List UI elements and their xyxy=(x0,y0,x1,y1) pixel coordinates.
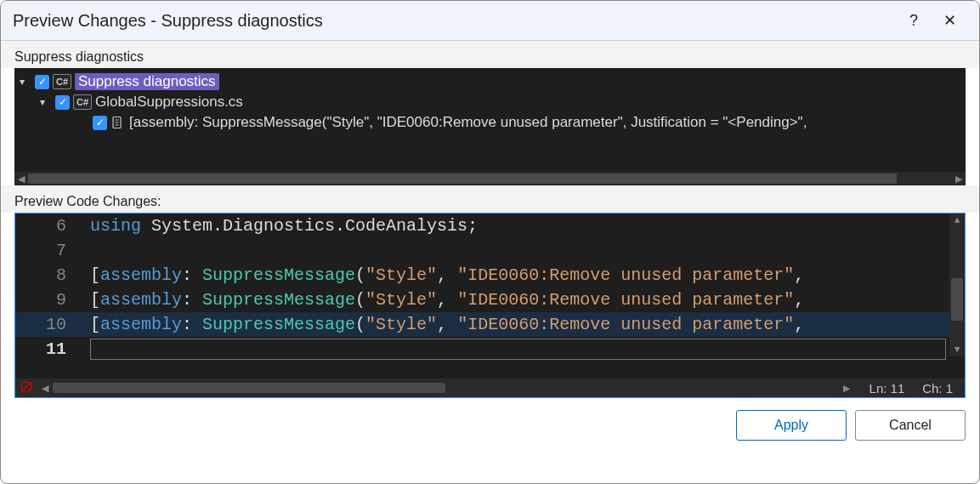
preview-changes-dialog: Preview Changes - Suppress diagnostics ?… xyxy=(0,0,980,484)
tree-change-label: [assembly: SuppressMessage("Style", "IDE… xyxy=(129,114,807,131)
tree-file-item[interactable]: ▾ ✓ C# GlobalSuppressions.cs xyxy=(14,92,966,112)
line-label: Ln: xyxy=(870,381,887,396)
editor-vertical-scrollbar[interactable]: ▲ ▼ xyxy=(949,214,965,356)
chevron-down-icon[interactable]: ▾ xyxy=(40,96,52,108)
cancel-button[interactable]: Cancel xyxy=(855,410,966,441)
code-line[interactable]: 8[assembly: SuppressMessage("Style", "ID… xyxy=(15,263,965,288)
code-content[interactable] xyxy=(82,337,965,362)
dialog-title: Preview Changes - Suppress diagnostics xyxy=(13,11,896,31)
scroll-left-icon[interactable]: ◀ xyxy=(37,383,53,394)
code-content[interactable]: using System.Diagnostics.CodeAnalysis; xyxy=(82,214,965,238)
chevron-down-icon[interactable]: ▾ xyxy=(20,76,31,88)
line-number-gutter: 9 xyxy=(15,288,82,312)
checkbox-checked-icon[interactable]: ✓ xyxy=(55,95,70,110)
code-content[interactable]: [assembly: SuppressMessage("Style", "IDE… xyxy=(82,263,965,288)
tree-root-label: Suppress diagnostics xyxy=(75,73,219,90)
scroll-right-icon[interactable]: ▶ xyxy=(952,174,966,185)
code-line[interactable]: 11 xyxy=(15,337,965,362)
apply-button[interactable]: Apply xyxy=(736,410,847,441)
tree-file-label: GlobalSuppressions.cs xyxy=(95,94,243,111)
code-preview-editor[interactable]: 6using System.Diagnostics.CodeAnalysis;7… xyxy=(14,213,966,398)
code-line[interactable]: 10[assembly: SuppressMessage("Style", "I… xyxy=(15,312,965,337)
char-label: Ch: xyxy=(922,381,942,396)
code-content[interactable]: [assembly: SuppressMessage("Style", "IDE… xyxy=(82,288,965,312)
csharp-badge-icon: C# xyxy=(73,94,92,110)
checkbox-checked-icon[interactable]: ✓ xyxy=(93,116,107,130)
close-button[interactable]: ✕ xyxy=(932,8,967,33)
scroll-down-icon[interactable]: ▼ xyxy=(949,343,965,356)
code-change-icon xyxy=(110,115,126,130)
cursor-position: Ln: 11 Ch: 1 xyxy=(854,381,965,396)
titlebar: Preview Changes - Suppress diagnostics ?… xyxy=(1,1,979,41)
line-number-gutter: 6 xyxy=(15,214,82,238)
help-button[interactable]: ? xyxy=(896,9,932,33)
code-line[interactable]: 6using System.Diagnostics.CodeAnalysis; xyxy=(15,214,965,238)
checkbox-checked-icon[interactable]: ✓ xyxy=(35,75,49,89)
code-line[interactable]: 7 xyxy=(15,238,965,263)
line-number-gutter: 8 xyxy=(15,263,82,288)
line-number-gutter: 7 xyxy=(15,238,82,263)
scroll-up-icon[interactable]: ▲ xyxy=(949,214,965,227)
tree-change-item[interactable]: ✓ [assembly: SuppressMessage("Style", "I… xyxy=(14,112,966,133)
code-line[interactable]: 9[assembly: SuppressMessage("Style", "ID… xyxy=(15,288,965,312)
no-issues-icon[interactable] xyxy=(15,379,37,397)
scrollbar-thumb[interactable] xyxy=(951,278,963,321)
editor-horizontal-scrollbar[interactable]: ◀ ▶ xyxy=(37,379,854,397)
csharp-badge-icon: C# xyxy=(53,74,71,89)
tree-root-item[interactable]: ▾ ✓ C# Suppress diagnostics xyxy=(14,71,966,92)
char-number: 1 xyxy=(946,381,953,396)
tree-horizontal-scrollbar[interactable]: ◀ ▶ xyxy=(14,172,966,185)
scroll-right-icon[interactable]: ▶ xyxy=(839,383,854,394)
dialog-buttons: Apply Cancel xyxy=(1,398,979,453)
code-section-label: Preview Code Changes: xyxy=(1,185,979,213)
code-content[interactable] xyxy=(82,238,965,263)
line-number: 11 xyxy=(891,381,905,396)
scrollbar-thumb[interactable] xyxy=(28,174,897,184)
changes-tree: ▾ ✓ C# Suppress diagnostics ▾ ✓ C# Globa… xyxy=(14,68,966,185)
editor-statusbar: ◀ ▶ Ln: 11 Ch: 1 xyxy=(15,379,965,397)
tree-section-label: Suppress diagnostics xyxy=(1,41,979,68)
code-content[interactable]: [assembly: SuppressMessage("Style", "IDE… xyxy=(82,312,965,337)
scrollbar-thumb[interactable] xyxy=(53,383,445,393)
line-number-gutter: 11 xyxy=(15,337,82,362)
scroll-left-icon[interactable]: ◀ xyxy=(14,174,28,185)
line-number-gutter: 10 xyxy=(15,312,82,337)
